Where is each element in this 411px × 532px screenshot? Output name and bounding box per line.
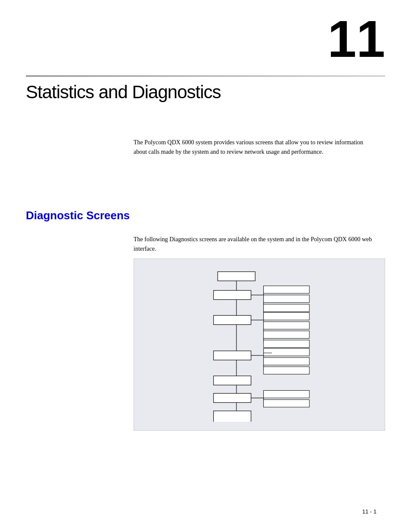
svg-rect-34	[214, 411, 251, 422]
chapter-rule	[26, 75, 385, 77]
svg-rect-16	[264, 331, 309, 338]
diagram-container	[134, 258, 385, 431]
svg-rect-14	[264, 312, 309, 320]
svg-rect-31	[264, 390, 309, 398]
diagram-svg	[143, 268, 376, 422]
chapter-number: 11	[328, 13, 385, 65]
svg-rect-28	[214, 393, 251, 402]
svg-rect-23	[264, 358, 309, 365]
page-container: 11 Statistics and Diagnostics The Polyco…	[0, 0, 411, 532]
svg-rect-6	[264, 295, 309, 302]
svg-rect-0	[218, 272, 255, 281]
page-number: 11 - 1	[362, 508, 377, 515]
chapter-title: Statistics and Diagnostics	[26, 82, 221, 103]
svg-rect-5	[264, 286, 309, 293]
intro-paragraph: The Polycom QDX 6000 system provides var…	[134, 138, 377, 157]
svg-rect-32	[264, 400, 309, 407]
svg-rect-19	[214, 351, 251, 360]
svg-rect-22	[264, 348, 309, 356]
svg-rect-7	[264, 304, 309, 311]
section-heading: Diagnostic Screens	[26, 209, 130, 222]
section-paragraph: The following Diagnostics screens are av…	[134, 235, 377, 254]
svg-rect-11	[214, 315, 251, 324]
svg-rect-26	[214, 376, 251, 385]
svg-rect-17	[264, 340, 309, 347]
svg-rect-24	[264, 367, 309, 374]
svg-rect-15	[264, 322, 309, 329]
svg-rect-2	[214, 290, 251, 299]
